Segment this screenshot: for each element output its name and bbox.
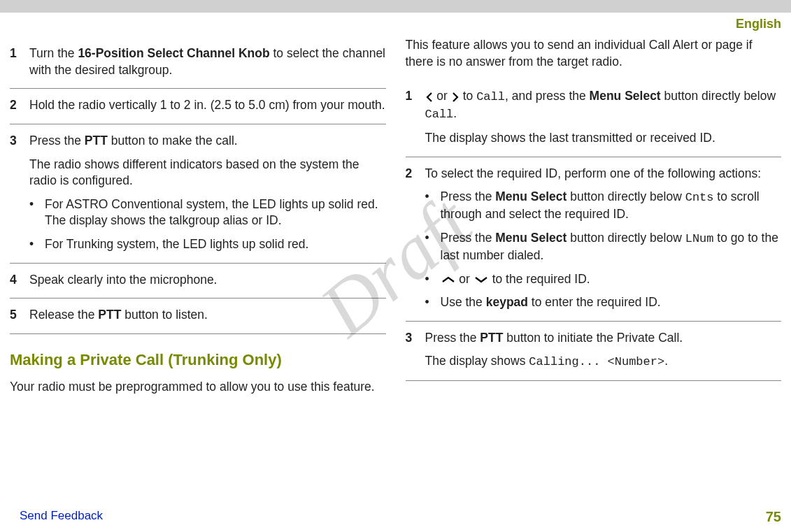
section-heading: Making a Private Call (Trunking Only) (10, 350, 386, 371)
bullet-text: Use the keypad to enter the required ID. (441, 294, 661, 311)
step-text: Release the PTT button to listen. (29, 307, 386, 324)
bullet-text: For Trunking system, the LED lights up s… (45, 236, 308, 253)
step-number: 3 (10, 133, 29, 253)
step-number: 3 (406, 330, 425, 371)
step-body: To select the required ID, perform one o… (425, 166, 782, 311)
step-note: The radio shows different indicators bas… (29, 157, 386, 189)
bullet-item: •Use the keypad to enter the required ID… (425, 294, 782, 311)
bullet-dot: • (425, 230, 441, 264)
bullet-text: For ASTRO Conventional system, the LED l… (45, 196, 386, 229)
bullet-item: •For ASTRO Conventional system, the LED … (29, 196, 386, 229)
step-text: or to Call, and press the Menu Select bu… (425, 88, 782, 123)
bullet-dot: • (29, 236, 45, 253)
bullet-item: •Press the Menu Select button directly b… (425, 230, 782, 264)
step: 3Press the PTT button to initiate the Pr… (406, 322, 782, 382)
bullet-dot: • (425, 271, 441, 288)
bullet-list: •For ASTRO Conventional system, the LED … (29, 196, 386, 253)
step-text: Press the PTT button to make the call. (29, 133, 386, 150)
bullet-item: •Press the Menu Select button directly b… (425, 189, 782, 223)
bullet-text: or to the required ID. (441, 271, 590, 288)
bullet-item: •For Trunking system, the LED lights up … (29, 236, 386, 253)
page-body: 1Turn the 16-Position Select Channel Kno… (0, 31, 791, 395)
step-note: The display shows the last transmitted o… (425, 130, 782, 147)
window-topbar (0, 0, 791, 13)
page-header: English (0, 13, 791, 31)
step-number: 1 (10, 45, 29, 78)
step-number: 4 (10, 272, 29, 289)
step-note: The display shows Calling... <Number>. (425, 353, 782, 371)
step-number: 2 (10, 97, 29, 114)
bullet-text: Press the Menu Select button directly be… (441, 230, 782, 264)
step: 2To select the required ID, perform one … (406, 157, 782, 322)
right-column: This feature allows you to send an indiv… (406, 37, 782, 395)
bullet-item: • or to the required ID. (425, 271, 782, 288)
step-body: Press the PTT button to initiate the Pri… (425, 330, 782, 371)
step-number: 2 (406, 166, 425, 311)
step-body: Release the PTT button to listen. (29, 307, 386, 324)
step-body: Speak clearly into the microphone. (29, 272, 386, 289)
step-body: or to Call, and press the Menu Select bu… (425, 88, 782, 147)
right-intro: This feature allows you to send an indiv… (406, 37, 782, 70)
bullet-text: Press the Menu Select button directly be… (441, 189, 782, 223)
send-feedback-link[interactable]: Send Feedback (20, 509, 103, 525)
page-number: 75 (766, 509, 781, 525)
bullet-list: •Press the Menu Select button directly b… (425, 189, 782, 310)
step: 2Hold the radio vertically 1 to 2 in. (2… (10, 89, 386, 124)
language-label: English (736, 17, 781, 31)
step-body: Turn the 16-Position Select Channel Knob… (29, 45, 386, 78)
step-text: To select the required ID, perform one o… (425, 166, 782, 182)
step-text: Hold the radio vertically 1 to 2 in. (2.… (29, 97, 386, 114)
step-text: Turn the 16-Position Select Channel Knob… (29, 45, 386, 78)
section-intro: Your radio must be preprogrammed to allo… (10, 379, 386, 396)
step: 4Speak clearly into the microphone. (10, 264, 386, 299)
step-body: Press the PTT button to make the call.Th… (29, 133, 386, 253)
bullet-dot: • (29, 196, 45, 229)
left-column: 1Turn the 16-Position Select Channel Kno… (10, 37, 386, 395)
step: 1 or to Call, and press the Menu Select … (406, 80, 782, 157)
page-footer: Send Feedback 75 (0, 509, 791, 525)
step: 1Turn the 16-Position Select Channel Kno… (10, 37, 386, 89)
step-text: Speak clearly into the microphone. (29, 272, 386, 289)
step-body: Hold the radio vertically 1 to 2 in. (2.… (29, 97, 386, 114)
bullet-dot: • (425, 189, 441, 223)
step-number: 1 (406, 88, 425, 147)
step-number: 5 (10, 307, 29, 324)
step: 3Press the PTT button to make the call.T… (10, 124, 386, 264)
step: 5Release the PTT button to listen. (10, 299, 386, 334)
step-text: Press the PTT button to initiate the Pri… (425, 330, 782, 347)
bullet-dot: • (425, 294, 441, 311)
